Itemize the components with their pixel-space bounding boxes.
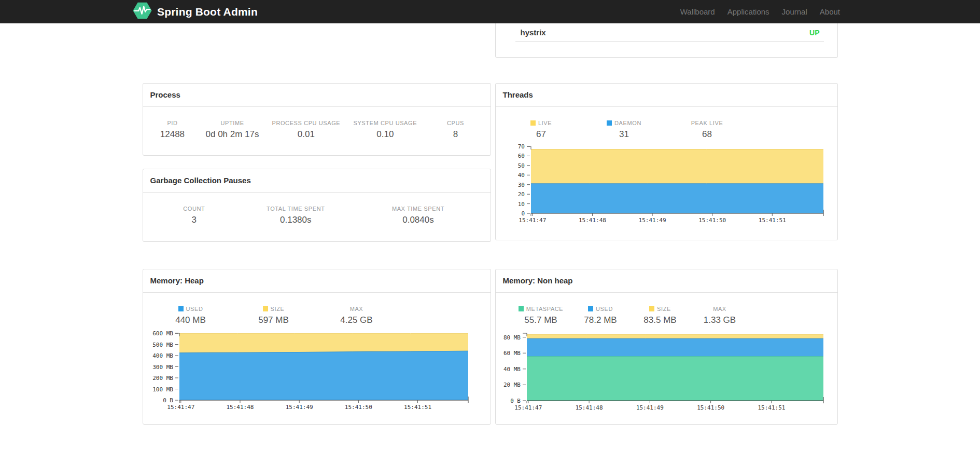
svg-text:15:41:50: 15:41:50 bbox=[344, 404, 372, 411]
svg-text:0 B: 0 B bbox=[510, 398, 521, 404]
svg-text:15:41:49: 15:41:49 bbox=[638, 217, 666, 224]
svg-text:15:41:48: 15:41:48 bbox=[226, 404, 254, 411]
threads-card: Threads LIVE 67 DAEMON 31 bbox=[495, 83, 838, 240]
svg-text:15:41:47: 15:41:47 bbox=[167, 404, 194, 411]
svg-text:20 MB: 20 MB bbox=[503, 382, 520, 388]
threads-chart: 01020304050607015:41:4715:41:4815:41:491… bbox=[496, 141, 837, 229]
stat-nonheap-size: SIZE 83.5 MB bbox=[631, 305, 690, 326]
nav-links: Wallboard Applications Journal About bbox=[680, 7, 840, 16]
nonheap-legend: METASPACE 55.7 MB USED 78.2 MB SIZE bbox=[511, 305, 837, 326]
svg-text:70: 70 bbox=[517, 143, 524, 150]
stat-cpus: CPUS 8 bbox=[421, 119, 490, 141]
svg-text:80 MB: 80 MB bbox=[503, 334, 520, 341]
svg-text:15:41:51: 15:41:51 bbox=[404, 404, 431, 411]
stat-system-cpu-usage: SYSTEM CPU USAGE 0.10 bbox=[349, 119, 421, 141]
memory-heap-card: Memory: Heap USED 440 MB SIZE 597 MB bbox=[143, 269, 491, 425]
stat-process-cpu-usage: PROCESS CPU USAGE 0.01 bbox=[263, 119, 350, 141]
left-column: Process PID 12488 UPTIME 0d 0h 2m 17s PR… bbox=[143, 23, 491, 425]
stat-heap-used: USED 440 MB bbox=[149, 305, 232, 326]
svg-text:0 B: 0 B bbox=[163, 397, 173, 404]
size-legend-swatch bbox=[649, 306, 654, 311]
stat-gc-max-time: MAX TIME SPENT 0.0840s bbox=[346, 205, 490, 226]
svg-text:15:41:48: 15:41:48 bbox=[575, 404, 603, 411]
process-stats: PID 12488 UPTIME 0d 0h 2m 17s PROCESS CP… bbox=[143, 119, 491, 141]
svg-text:15:41:49: 15:41:49 bbox=[285, 404, 313, 411]
nav-item-about[interactable]: About bbox=[820, 7, 840, 16]
memory-nonheap-card: Memory: Non heap METASPACE 55.7 MB USED … bbox=[495, 269, 838, 425]
daemon-legend-swatch bbox=[607, 120, 612, 126]
stat-pid: PID 12488 bbox=[143, 119, 202, 141]
svg-text:0: 0 bbox=[521, 210, 525, 217]
used-legend-swatch bbox=[588, 306, 593, 311]
stat-heap-max: MAX 4.25 GB bbox=[315, 305, 398, 326]
svg-text:10: 10 bbox=[517, 201, 524, 208]
heap-legend: USED 440 MB SIZE 597 MB MAX 4.25 GB bbox=[149, 305, 491, 326]
svg-text:15:41:50: 15:41:50 bbox=[697, 404, 724, 411]
nav-item-wallboard[interactable]: Wallboard bbox=[680, 7, 715, 16]
heap-card-title: Memory: Heap bbox=[143, 269, 491, 293]
stat-gc-total-time: TOTAL TIME SPENT 0.1380s bbox=[245, 205, 346, 226]
right-column: hystrix UP Threads LIVE 67 DAEMON bbox=[495, 23, 838, 425]
svg-text:400 MB: 400 MB bbox=[152, 352, 173, 359]
memory-heap-chart: 0 B100 MB200 MB300 MB400 MB500 MB600 MB1… bbox=[143, 326, 491, 416]
divider bbox=[515, 41, 824, 42]
svg-text:15:41:50: 15:41:50 bbox=[698, 217, 726, 224]
svg-text:15:41:47: 15:41:47 bbox=[519, 217, 546, 224]
gc-stats: COUNT 3 TOTAL TIME SPENT 0.1380s MAX TIM… bbox=[143, 205, 491, 226]
status-badge: UP bbox=[809, 29, 819, 37]
svg-text:50: 50 bbox=[517, 162, 524, 169]
used-legend-swatch bbox=[178, 306, 184, 311]
svg-text:300 MB: 300 MB bbox=[152, 364, 173, 371]
process-card: Process PID 12488 UPTIME 0d 0h 2m 17s PR… bbox=[143, 83, 491, 156]
svg-text:60 MB: 60 MB bbox=[503, 350, 520, 357]
nav-item-journal[interactable]: Journal bbox=[782, 7, 807, 16]
stat-threads-peak-live: PEAK LIVE 68 bbox=[666, 119, 749, 141]
brand-title: Spring Boot Admin bbox=[157, 6, 258, 18]
svg-text:100 MB: 100 MB bbox=[152, 386, 173, 393]
svg-text:15:41:49: 15:41:49 bbox=[636, 404, 663, 411]
stat-threads-live: LIVE 67 bbox=[500, 119, 583, 141]
nav-item-applications[interactable]: Applications bbox=[727, 7, 769, 16]
stat-nonheap-max: MAX 1.33 GB bbox=[690, 305, 750, 326]
svg-text:40: 40 bbox=[517, 172, 524, 179]
size-legend-swatch bbox=[263, 306, 268, 311]
svg-text:20: 20 bbox=[517, 191, 524, 198]
threads-legend: LIVE 67 DAEMON 31 PEAK LIVE 68 bbox=[500, 119, 837, 141]
svg-text:40 MB: 40 MB bbox=[503, 366, 520, 373]
stat-nonheap-used: USED 78.2 MB bbox=[571, 305, 631, 326]
process-card-title: Process bbox=[143, 84, 491, 107]
stat-uptime: UPTIME 0d 0h 2m 17s bbox=[202, 119, 262, 141]
stat-threads-daemon: DAEMON 31 bbox=[583, 119, 666, 141]
memory-nonheap-chart: 0 B20 MB40 MB60 MB80 MB15:41:4715:41:481… bbox=[496, 326, 837, 416]
svg-text:60: 60 bbox=[517, 153, 524, 159]
svg-text:30: 30 bbox=[517, 182, 524, 188]
spring-boot-admin-logo-icon bbox=[133, 2, 152, 21]
stat-heap-size: SIZE 597 MB bbox=[232, 305, 315, 326]
svg-text:15:41:47: 15:41:47 bbox=[514, 404, 542, 411]
brand[interactable]: Spring Boot Admin bbox=[133, 2, 258, 21]
svg-text:15:41:48: 15:41:48 bbox=[578, 217, 606, 224]
nonheap-card-title: Memory: Non heap bbox=[496, 269, 837, 293]
application-row[interactable]: hystrix UP bbox=[496, 23, 837, 41]
garbage-collection-card: Garbage Collection Pauses COUNT 3 TOTAL … bbox=[143, 169, 491, 242]
live-legend-swatch bbox=[530, 120, 536, 126]
application-status-card: hystrix UP bbox=[495, 23, 838, 58]
application-name: hystrix bbox=[521, 28, 546, 37]
svg-text:500 MB: 500 MB bbox=[152, 342, 173, 348]
navbar: Spring Boot Admin Wallboard Applications… bbox=[0, 0, 980, 23]
stat-nonheap-metaspace: METASPACE 55.7 MB bbox=[511, 305, 571, 326]
svg-text:15:41:51: 15:41:51 bbox=[758, 404, 785, 411]
threads-card-title: Threads bbox=[496, 84, 837, 107]
content: Process PID 12488 UPTIME 0d 0h 2m 17s PR… bbox=[143, 23, 838, 425]
svg-text:200 MB: 200 MB bbox=[152, 375, 173, 382]
metaspace-legend-swatch bbox=[519, 306, 524, 311]
gc-card-title: Garbage Collection Pauses bbox=[143, 169, 491, 193]
svg-text:15:41:51: 15:41:51 bbox=[758, 217, 786, 224]
stat-gc-count: COUNT 3 bbox=[143, 205, 246, 226]
svg-text:600 MB: 600 MB bbox=[152, 330, 173, 337]
